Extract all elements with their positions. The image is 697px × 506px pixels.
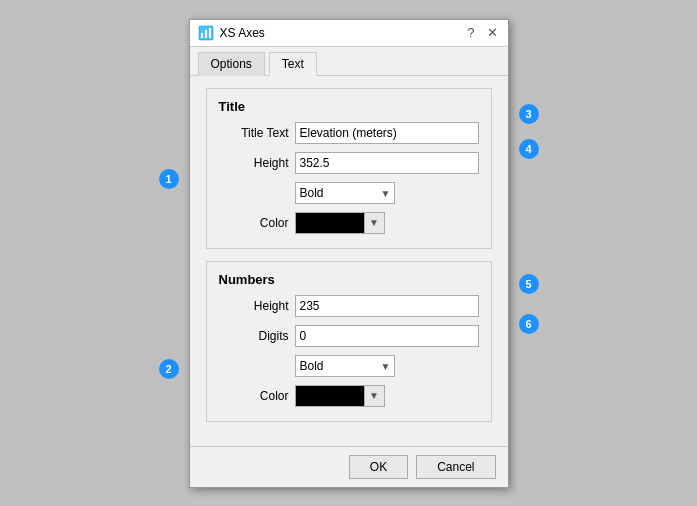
numbers-digits-row: Digits [219, 325, 479, 347]
callout-3: 3 [519, 104, 539, 124]
title-bold-wrapper: Bold Normal Italic ▼ [295, 182, 395, 204]
numbers-bold-row: Bold Normal Italic ▼ [295, 355, 479, 377]
dialog-footer: OK Cancel [190, 446, 508, 487]
numbers-section: Numbers Height Digits Bold Normal Italic [206, 261, 492, 422]
title-height-row: Height [219, 152, 479, 174]
tab-content: Title Title Text Height Bold Normal Ital… [190, 76, 508, 446]
ok-button[interactable]: OK [349, 455, 408, 479]
callout-6: 6 [519, 314, 539, 334]
cancel-button[interactable]: Cancel [416, 455, 495, 479]
numbers-bold-wrapper: Bold Normal Italic ▼ [295, 355, 395, 377]
title-height-input[interactable] [295, 152, 479, 174]
title-section-heading: Title [219, 99, 479, 114]
svg-rect-2 [205, 30, 207, 38]
numbers-height-row: Height [219, 295, 479, 317]
numbers-bold-select[interactable]: Bold Normal Italic [295, 355, 395, 377]
numbers-color-label: Color [219, 389, 289, 403]
svg-rect-1 [201, 33, 203, 38]
numbers-color-dropdown-btn[interactable]: ▼ [365, 385, 385, 407]
callout-1: 1 [159, 169, 179, 189]
help-button[interactable]: ? [465, 25, 476, 40]
numbers-height-label: Height [219, 299, 289, 313]
tab-options[interactable]: Options [198, 52, 265, 76]
svg-rect-3 [209, 28, 211, 38]
titlebar: XS Axes ? ✕ [190, 20, 508, 47]
title-color-row: Color ▼ [219, 212, 479, 234]
numbers-color-row: Color ▼ [219, 385, 479, 407]
numbers-section-heading: Numbers [219, 272, 479, 287]
window-title: XS Axes [220, 26, 265, 40]
numbers-digits-input[interactable] [295, 325, 479, 347]
numbers-color-field: ▼ [295, 385, 385, 407]
title-section: Title Title Text Height Bold Normal Ital… [206, 88, 492, 249]
tab-text[interactable]: Text [269, 52, 317, 76]
callout-5: 5 [519, 274, 539, 294]
numbers-color-swatch[interactable] [295, 385, 365, 407]
callout-4: 4 [519, 139, 539, 159]
title-color-swatch[interactable] [295, 212, 365, 234]
title-color-field: ▼ [295, 212, 385, 234]
title-bold-row: Bold Normal Italic ▼ [295, 182, 479, 204]
title-bold-select[interactable]: Bold Normal Italic [295, 182, 395, 204]
numbers-height-input[interactable] [295, 295, 479, 317]
title-text-input[interactable] [295, 122, 479, 144]
titlebar-controls: ? ✕ [465, 25, 499, 40]
title-color-label: Color [219, 216, 289, 230]
title-color-dropdown-btn[interactable]: ▼ [365, 212, 385, 234]
numbers-digits-label: Digits [219, 329, 289, 343]
title-text-label: Title Text [219, 126, 289, 140]
tab-bar: Options Text [190, 47, 508, 76]
title-text-row: Title Text [219, 122, 479, 144]
callout-2: 2 [159, 359, 179, 379]
dialog-window: XS Axes ? ✕ Options Text Title Title Tex… [189, 19, 509, 488]
close-button[interactable]: ✕ [485, 25, 500, 40]
title-height-label: Height [219, 156, 289, 170]
chart-icon [198, 25, 214, 41]
